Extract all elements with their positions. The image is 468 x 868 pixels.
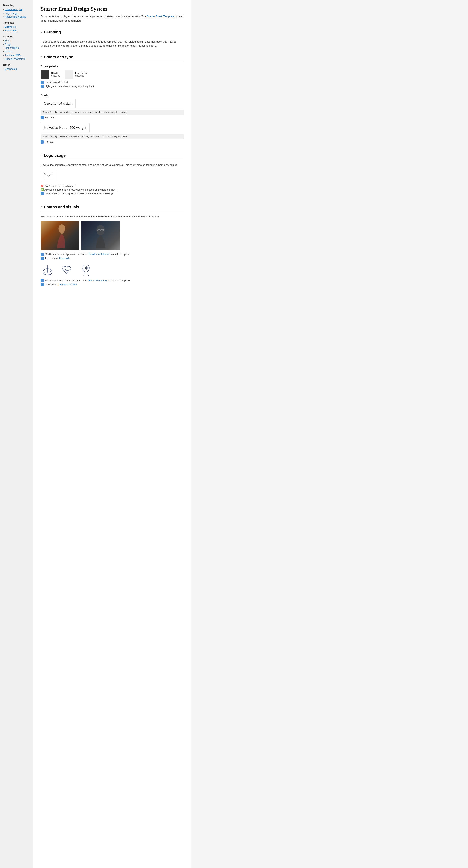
photo-note-2: i Photos from Unsplash [41, 257, 184, 260]
fonts-block: Fonts Georgia, 400 weight font-family: G… [41, 93, 184, 144]
photo-1-svg [51, 223, 69, 248]
photos-section-title: Photos and visuals [44, 205, 79, 209]
font-georgia-demo: Georgia, 400 weight [41, 99, 76, 108]
color-swatch-lightgrey: Light grey #eeeeee [65, 70, 88, 79]
noun-project-link[interactable]: The Noun Project [57, 283, 77, 286]
branding-title: Branding [44, 30, 61, 34]
info-icon-2: i [41, 85, 44, 88]
lightgrey-swatch-info: Light grey #eeeeee [75, 71, 88, 77]
color-note-1: i Black is used for text [41, 81, 184, 84]
fonts-title: Fonts [41, 93, 184, 97]
photo-1-inner [41, 221, 79, 250]
main-content: Starter Email Design System Documentatio… [33, 0, 192, 868]
font-helvetica-note: i For text [41, 140, 184, 144]
sidebar: Branding Colors and type Logo usage Phot… [0, 0, 33, 868]
lightgrey-name: Light grey [75, 71, 88, 74]
info-icon-4: i [41, 141, 44, 144]
colors-section-header: # Colors and type [41, 55, 184, 61]
sidebar-content-title: Content [3, 35, 30, 38]
font-helvetica-demo: Helvetica Neue, 300 weight [41, 123, 90, 132]
sidebar-item-animated-gifs[interactable]: Animated GIFs [3, 54, 30, 57]
logo-rule-3: i Lack of accompanying text focuses on c… [41, 192, 184, 195]
font-helvetica-code: font-family: Helvetica Neue, Arial,sans-… [41, 134, 184, 139]
cross-icon: ❌ [41, 185, 44, 187]
email-mindfulness-link-2[interactable]: Email Mindfulness [89, 279, 109, 282]
photos-row [41, 221, 184, 250]
sidebar-item-examples[interactable]: Examples [3, 25, 30, 28]
page-subtitle: Documentation, tools, and resources to h… [41, 14, 184, 23]
heartbeat-icon [60, 263, 73, 277]
color-palette-title: Color palette [41, 65, 184, 68]
sidebar-content-list: Meta Copy Link tracking Alt text Animate… [3, 39, 30, 60]
font-georgia-code: font-family: Georgia, Times New Roman, s… [41, 110, 184, 115]
svg-point-9 [86, 268, 87, 269]
color-note-2: i Light grey is used as a background hig… [41, 85, 184, 88]
color-palette-row: Black #333333 Light grey #eeeeee [41, 70, 184, 79]
colors-section-title: Colors and type [44, 55, 73, 59]
check-icon: ✅ [41, 188, 44, 191]
black-swatch [41, 70, 49, 79]
unsplash-link[interactable]: Unsplash [59, 257, 70, 260]
sidebar-item-link-tracking[interactable]: Link tracking [3, 46, 30, 49]
sidebar-other-list: Changelog [3, 67, 30, 70]
photo-note-1: i Meditation series of photos used in th… [41, 253, 184, 256]
color-swatch-black: Black #333333 [41, 70, 60, 79]
page-title: Starter Email Design System [41, 6, 184, 12]
info-icon-9: i [41, 283, 44, 286]
font-helvetica-block: Helvetica Neue, 300 weight font-family: … [41, 123, 184, 144]
info-icon-7: i [41, 257, 44, 260]
sidebar-branding-title: Branding [3, 4, 30, 7]
colors-hash: # [41, 55, 42, 59]
icons-row [41, 263, 184, 277]
sidebar-item-alt-text[interactable]: Alt text [3, 50, 30, 53]
info-icon-8: i [41, 279, 44, 282]
logo-rule-2: ✅ Always centered at the top, with white… [41, 188, 184, 191]
logo-icon [43, 173, 53, 179]
lightgrey-swatch [65, 70, 73, 79]
sidebar-branding-list: Colors and type Logo usage Photos and vi… [3, 8, 30, 18]
sidebar-item-meta[interactable]: Meta [3, 39, 30, 42]
sidebar-item-blocks-edit[interactable]: Blocks Edit [3, 29, 30, 32]
photo-2-svg [92, 223, 109, 248]
photos-description: The types of photos, graphics and icons … [41, 215, 184, 219]
lightgrey-hex: #eeeeee [75, 74, 88, 77]
branding-description: Refer to current brand guidelines: a sty… [41, 40, 184, 48]
info-icon-3: i [41, 116, 44, 119]
sidebar-other-title: Other [3, 63, 30, 66]
sidebar-item-copy[interactable]: Copy [3, 43, 30, 46]
logo-section-header: # Logo usage [41, 153, 184, 159]
lungs-icon [41, 263, 54, 277]
color-palette-block: Color palette Black #333333 Light grey #… [41, 65, 184, 88]
photo-2 [81, 221, 120, 250]
black-swatch-info: Black #333333 [51, 71, 60, 77]
branding-section-header: # Branding [41, 30, 184, 36]
font-georgia-note: i For titles [41, 116, 184, 119]
head-gear-icon [79, 263, 93, 277]
photos-hash: # [41, 205, 42, 209]
info-icon-1: i [41, 81, 44, 84]
sidebar-item-special-characters[interactable]: Special characters [3, 58, 30, 60]
sidebar-item-photos-and-visuals[interactable]: Photos and visuals [3, 15, 30, 18]
photos-section-header: # Photos and visuals [41, 205, 184, 211]
sidebar-item-colors-and-type[interactable]: Colors and type [3, 8, 30, 11]
black-hex: #333333 [51, 74, 60, 77]
starter-template-link[interactable]: Starter Email Template [147, 15, 174, 18]
sidebar-template-list: Examples Blocks Edit [3, 25, 30, 32]
branding-hash: # [41, 30, 42, 34]
icon-note-2: i Icons from The Noun Project [41, 283, 184, 286]
email-mindfulness-link-1[interactable]: Email Mindfulness [89, 253, 109, 256]
photo-2-inner [81, 221, 120, 250]
info-icon-6: i [41, 253, 44, 256]
sidebar-template-title: Template [3, 21, 30, 24]
logo-rule-1: ❌ Don't make the logo bigger [41, 185, 184, 187]
logo-hash: # [41, 154, 42, 157]
sidebar-item-logo-usage[interactable]: Logo usage [3, 11, 30, 14]
logo-section-title: Logo usage [44, 153, 66, 158]
logo-description: How to use company logo within content a… [41, 163, 184, 167]
logo-placeholder [41, 170, 56, 182]
black-name: Black [51, 71, 60, 74]
info-icon-5: i [41, 192, 44, 195]
icon-note-1: i Mindfulness series of icons used in th… [41, 279, 184, 282]
sidebar-item-changelog[interactable]: Changelog [3, 67, 30, 70]
photo-1 [41, 221, 79, 250]
